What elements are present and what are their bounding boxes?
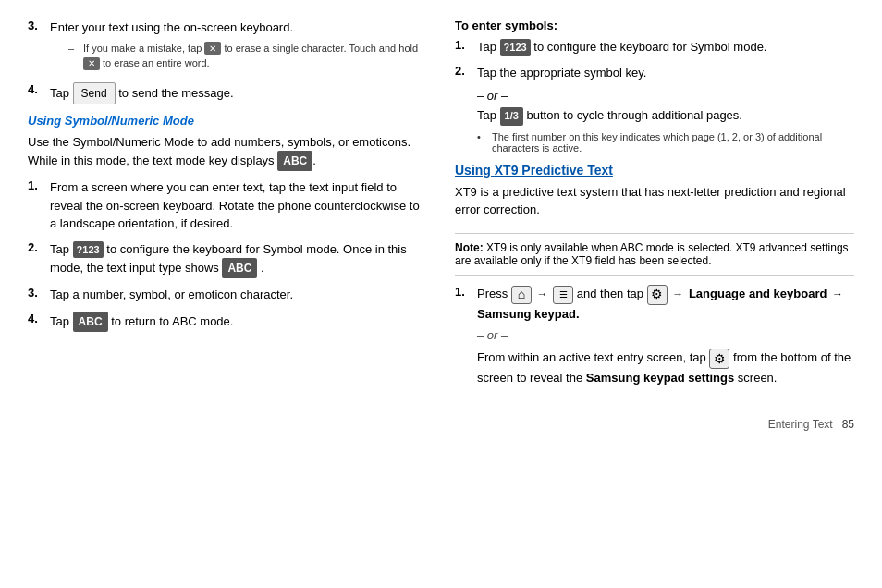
arrow-2: → [672,286,683,302]
step-4: 4. Tap Send to send the message. [28,82,427,104]
menu-icon: ☰ [553,286,573,304]
sym-right-step-2: 2. Tap the appropriate symbol key. [455,64,854,82]
sub-text: If you make a mistake, tap ✕ to erase a … [83,41,427,71]
step-3-num: 3. [28,18,44,75]
note-text: XT9 is only available when ABC mode is s… [455,241,849,267]
sym-step-3-num: 3. [28,286,44,304]
samsung-keypad-settings: Samsung keypad settings [586,371,734,385]
divider [455,227,854,227]
right-column: To enter symbols: 1. Tap ?123 to configu… [455,18,854,396]
sym-step-2-content: Tap ?123 to configure the keyboard for S… [50,240,427,279]
or-line-2: – or – [477,326,854,345]
sub-dash: – [68,41,80,56]
arrow-1: → [536,286,547,302]
press-step-content: Press ⌂ → ☰ and then tap ⚙ → Language an… [477,285,854,388]
step-3-text: Enter your text using the on-screen keyb… [50,20,293,34]
bullet-dot: • [477,131,488,153]
sym-step-1-content: From a screen where you can enter text, … [50,178,427,233]
note-label: Note: [455,241,484,254]
step-3-content: Enter your text using the on-screen keyb… [50,18,427,75]
gear-icon: ⚙ [647,285,668,305]
arrow-3: → [832,286,843,302]
sym-step-2-tap: Tap [50,242,73,256]
bullet-item-1: • The first number on this key indicates… [477,131,854,153]
sym-right-step-1-content: Tap ?123 to configure the keyboard for S… [477,38,854,56]
gear-icon-2: ⚙ [709,349,729,369]
sym-step-2-post: . [261,261,264,275]
language-keyboard: Language and keyboard [689,287,827,300]
sym-right-step-1: 1. Tap ?123 to configure the keyboard fo… [455,38,854,56]
section1-intro-text: Use the Symbol/Numeric Mode to add numbe… [28,135,410,168]
footer: Entering Text 85 [28,414,854,431]
abc-badge-step2: ABC [222,258,257,278]
tap-onethird: Tap 1/3 button to cycle through addition… [477,106,854,126]
step-3-sub: – If you make a mistake, tap ✕ to erase … [68,41,427,71]
samsung-keypad: Samsung keypad. [477,307,580,321]
dot: . [312,153,316,167]
sym-r1-tap: Tap [477,40,500,54]
page-number: 85 [842,418,854,431]
symbol-step-1: 1. From a screen where you can enter tex… [28,178,427,233]
or-text-1: – or – [477,89,508,103]
footer-label: Entering Text [768,418,833,431]
or-line-1: – or – [477,89,854,103]
sym-step-4-post: to return to ABC mode. [111,314,233,328]
step-4-tap: Tap [50,86,69,100]
sym-step-4-tap: Tap [50,314,73,328]
press-step-num: 1. [455,285,472,388]
abc-badge-intro: ABC [277,151,312,171]
xt9-section-title: Using XT9 Predictive Text [455,163,854,178]
symbol-numeric-mode-title: Using Symbol/Numeric Mode [28,114,427,128]
bullet-text: The first number on this key indicates w… [492,131,854,153]
screen-text: screen. [738,371,778,385]
q123-badge-right: ?123 [500,39,531,56]
or-text-2: – or – [477,328,508,342]
symbols-header: To enter symbols: [455,18,557,32]
section1-intro: Use the Symbol/Numeric Mode to add numbe… [28,133,427,172]
symbol-step-3: 3. Tap a number, symbol, or emoticon cha… [28,286,427,304]
erase-icon-1: ✕ [204,42,221,55]
step-4-num: 4. [28,82,44,104]
step-3: 3. Enter your text using the on-screen k… [28,18,427,75]
sym-right-step-2-num: 2. [455,64,472,82]
sym-right-step-1-num: 1. [455,38,472,56]
press-label: Press [477,287,508,300]
symbols-header-block: To enter symbols: [455,18,854,32]
tap-label: Tap [477,108,496,122]
note-box: Note: XT9 is only available when ABC mod… [455,233,854,276]
q123-badge-left: ?123 [73,241,104,259]
symbol-step-2: 2. Tap ?123 to configure the keyboard fo… [28,240,427,279]
send-button: Send [73,82,116,104]
step-4-post: to send the message. [118,86,233,100]
erase-icon-2: ✕ [83,57,100,70]
one-third-badge: 1/3 [500,107,523,126]
home-icon: ⌂ [511,286,532,304]
sym-right-step-2-content: Tap the appropriate symbol key. [477,64,854,82]
sym-step-2-num: 2. [28,240,44,279]
press-step-1: 1. Press ⌂ → ☰ and then tap ⚙ → Language… [455,285,854,388]
sym-r1-post: to configure the keyboard for Symbol mod… [533,40,766,54]
left-column: 3. Enter your text using the on-screen k… [28,18,427,396]
step-4-content: Tap Send to send the message. [50,82,427,104]
bullet-block: • The first number on this key indicates… [477,131,854,153]
sym-step-4-num: 4. [28,312,44,332]
abc-badge-step4: ABC [73,312,108,332]
from-within-text: From within an active text entry screen,… [477,350,706,364]
sym-step-4-content: Tap ABC to return to ABC mode. [50,312,427,332]
xt9-intro: XT9 is a predictive text system that has… [455,183,854,219]
sym-step-3-content: Tap a number, symbol, or emoticon charac… [50,286,427,304]
from-within-block: From within an active text entry screen,… [477,349,854,388]
sym-step-1-num: 1. [28,178,44,233]
button-label: button to cycle through additional pages… [527,108,742,122]
symbol-step-4: 4. Tap ABC to return to ABC mode. [28,312,427,332]
and-then-tap: and then tap [577,287,647,300]
